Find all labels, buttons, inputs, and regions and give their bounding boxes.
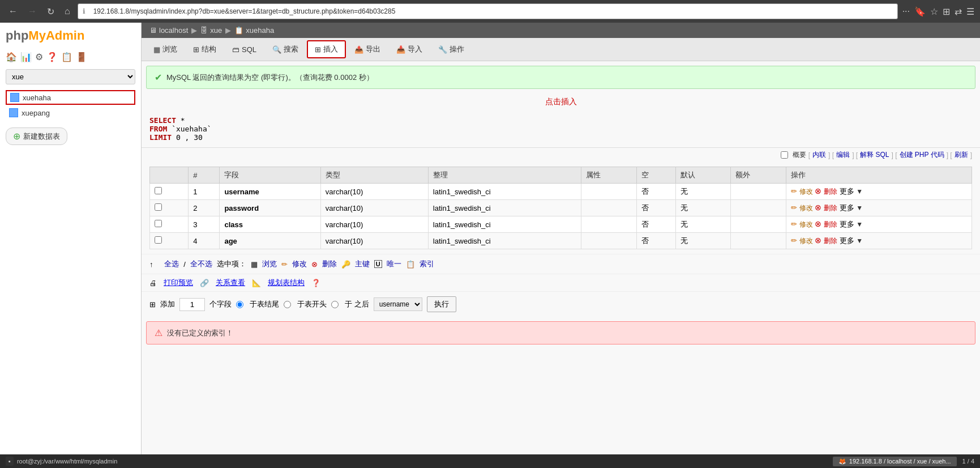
cell-type-3: varchar(10): [320, 233, 428, 249]
action-edit[interactable]: 修改: [292, 259, 307, 269]
delete-field-3[interactable]: 删除: [824, 237, 837, 245]
add-after-radio[interactable]: [331, 301, 339, 308]
more-icon[interactable]: ···: [902, 6, 910, 17]
action-index[interactable]: 索引: [420, 259, 434, 269]
sidebar: phpMyAdmin 🏠 📊 ⚙ ❓ 📋 🚪 xue xuehaha xuepa…: [0, 23, 142, 454]
tab-operations[interactable]: 🔧 操作: [431, 41, 472, 58]
bookmark-icon[interactable]: 🔖: [914, 6, 926, 17]
copy-icon[interactable]: 📋: [61, 52, 72, 62]
insert-icon2: ⊞: [149, 300, 156, 309]
address-bar[interactable]: [89, 6, 893, 17]
delete-field-1[interactable]: 删除: [824, 204, 837, 212]
options-sep3: ] [: [892, 151, 897, 159]
delete-icon-1: ⊗: [815, 203, 821, 212]
more-dropdown-1[interactable]: ▼: [856, 204, 863, 212]
cell-default-2: 无: [675, 216, 731, 233]
row-checkbox-3[interactable]: [155, 236, 162, 244]
summary-checkbox[interactable]: [781, 151, 788, 159]
more-dropdown-3[interactable]: ▼: [856, 237, 863, 245]
cell-num-0: 1: [189, 184, 220, 200]
print-preview-link[interactable]: 打印预览: [164, 278, 193, 288]
row-checkbox-1[interactable]: [155, 203, 162, 211]
table-structure-link[interactable]: 规划表结构: [268, 278, 305, 288]
breadcrumb-database[interactable]: xue: [210, 26, 222, 35]
menu-icon[interactable]: ☰: [966, 6, 974, 17]
deselect-all-link[interactable]: 全不选: [190, 259, 212, 269]
actions-slash: /: [183, 260, 186, 269]
delete-field-2[interactable]: 删除: [824, 220, 837, 228]
firefox-icon: 🦊: [838, 458, 846, 465]
settings-icon[interactable]: ⚙: [35, 52, 43, 62]
cell-extra-1: [731, 200, 786, 216]
cell-attributes-1: [581, 200, 637, 216]
table-name-xuepang: xuepang: [22, 109, 50, 117]
import-tab-label: 导入: [408, 44, 422, 54]
action-browse[interactable]: 浏览: [262, 259, 277, 269]
row-checkbox-2[interactable]: [155, 220, 162, 227]
cell-default-0: 无: [675, 184, 731, 200]
breadcrumb-server[interactable]: localhost: [159, 26, 188, 35]
tab-export[interactable]: 📤 导出: [347, 41, 388, 58]
edit-field-0[interactable]: 修改: [799, 188, 813, 195]
tab-insert[interactable]: ⊞ 插入: [307, 40, 346, 58]
edit-field-2[interactable]: 修改: [799, 220, 813, 228]
info-icon[interactable]: ❓: [46, 52, 58, 62]
cell-actions-1: ✏ 修改 ⊗ 删除 更多 ▼: [786, 200, 972, 216]
more-label-2: 更多: [840, 220, 854, 228]
tab-sql[interactable]: 🗃 SQL: [225, 42, 264, 57]
database-select[interactable]: xue: [6, 69, 135, 84]
edit-query-link[interactable]: 编辑: [836, 150, 850, 160]
breadcrumb-table[interactable]: xuehaha: [246, 26, 274, 35]
more-dropdown-2[interactable]: ▼: [856, 220, 863, 228]
delete-field-0[interactable]: 删除: [824, 188, 837, 195]
inline-link[interactable]: 内联: [812, 150, 826, 160]
add-at-end-radio[interactable]: [236, 301, 243, 308]
action-delete[interactable]: 删除: [322, 259, 337, 269]
options-sep5: ]: [970, 151, 972, 159]
options-sep2: ] [: [852, 151, 858, 159]
sidebar-item-xuepang[interactable]: xuepang: [6, 107, 135, 119]
after-field-select[interactable]: usernamepasswordclassage: [374, 297, 422, 311]
forward-button[interactable]: →: [25, 5, 40, 18]
more-dropdown-0[interactable]: ▼: [856, 188, 863, 195]
action-primary[interactable]: 主键: [355, 259, 370, 269]
explain-sql-link[interactable]: 解释 SQL: [860, 150, 889, 160]
sync-icon[interactable]: ⇄: [955, 6, 962, 17]
chart-icon[interactable]: 📊: [20, 52, 32, 62]
warning-icon: ⚠: [155, 327, 162, 338]
structure-tab-label: 结构: [202, 44, 216, 54]
field-count-input[interactable]: [179, 298, 205, 311]
home-button[interactable]: ⌂: [62, 5, 73, 18]
home-sidebar-icon[interactable]: 🏠: [6, 52, 17, 62]
edit-field-1[interactable]: 修改: [799, 204, 813, 212]
tab-structure[interactable]: ⊞ 结构: [186, 41, 224, 58]
action-unique[interactable]: 唯一: [387, 259, 401, 269]
add-at-begin-radio[interactable]: [284, 301, 291, 308]
exec-button[interactable]: 执行: [427, 296, 456, 312]
norm-icon: 📐: [252, 279, 261, 287]
refresh-link[interactable]: 刷新: [955, 150, 968, 160]
row-checkbox-0[interactable]: [155, 187, 162, 194]
no-index-alert: ⚠ 没有已定义的索引！: [146, 321, 975, 344]
create-php-link[interactable]: 创建 PHP 代码: [900, 150, 944, 160]
relation-view-link[interactable]: 关系查看: [216, 278, 245, 288]
more-label-1: 更多: [840, 203, 854, 212]
exit-icon[interactable]: 🚪: [76, 52, 87, 62]
new-table-button[interactable]: ⊕ 新建数据表: [6, 127, 67, 145]
browse-tab-icon: ▦: [153, 45, 160, 54]
edit-field-3[interactable]: 修改: [799, 237, 813, 245]
select-all-link[interactable]: 全选: [164, 259, 179, 269]
reload-button[interactable]: ↻: [44, 5, 57, 18]
tab-search[interactable]: 🔍 搜索: [265, 41, 306, 58]
star-icon[interactable]: ☆: [930, 6, 938, 17]
sidebar-item-xuehaha[interactable]: xuehaha: [6, 90, 135, 105]
click-insert-hint[interactable]: 点击插入: [142, 93, 980, 110]
back-button[interactable]: ←: [6, 5, 20, 18]
tab-import[interactable]: 📥 导入: [389, 41, 430, 58]
tab-browse[interactable]: ▦ 浏览: [146, 41, 185, 58]
reading-view-icon[interactable]: ⊞: [943, 6, 950, 17]
plus-icon: ⊕: [13, 131, 20, 142]
browser-tab-status[interactable]: 🦊 192.168.1.8 / localhost / xue / xueh..…: [833, 457, 957, 466]
breadcrumb: 🖥 localhost ▶ 🗄 xue ▶ 📋 xuehaha: [142, 23, 980, 38]
main-content: 🖥 localhost ▶ 🗄 xue ▶ 📋 xuehaha ▦ 浏览 ⊞ 结…: [142, 23, 980, 454]
